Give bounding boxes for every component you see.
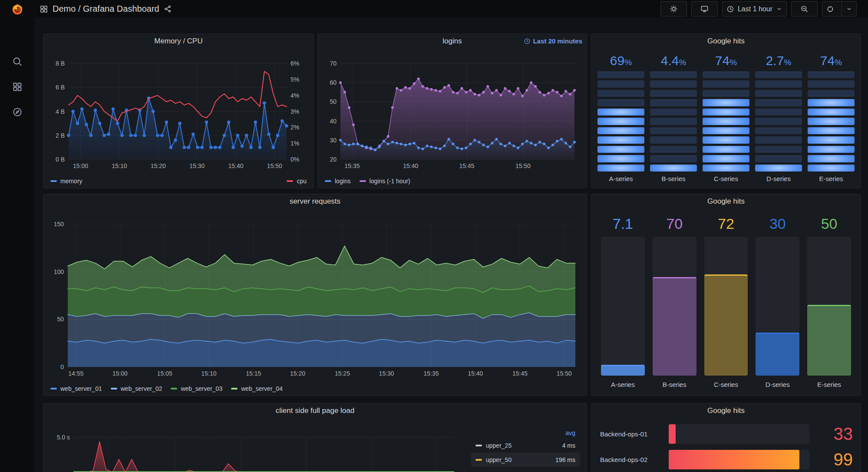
legend-avg-column-header[interactable]: avg — [471, 428, 580, 438]
sidebar-item-search[interactable] — [0, 49, 34, 74]
legend-table-row[interactable]: upper_254 ms — [471, 438, 580, 452]
panel-title[interactable]: client side full page load — [276, 406, 354, 415]
lcd-cell — [808, 80, 855, 87]
legend-item[interactable]: cpu — [287, 178, 307, 185]
panel-memory-cpu: Memory / CPU 15:0015:1015:2015:3015:4015… — [43, 33, 314, 188]
refresh-icon — [826, 5, 834, 13]
sidebar-item-dashboards[interactable] — [0, 74, 34, 99]
svg-text:150: 150 — [54, 221, 64, 228]
lcd-cell — [703, 127, 749, 134]
dashboard-title[interactable]: Demo / Grafana Dashboard — [53, 4, 159, 14]
zoom-out-icon — [800, 5, 809, 13]
refresh-interval-button[interactable] — [842, 2, 856, 16]
lcd-cell — [597, 90, 644, 97]
legend-item[interactable]: web_server_02 — [111, 385, 162, 392]
lcd-cells — [703, 71, 749, 172]
lcd-cell — [755, 71, 802, 78]
bar-gauge-fill — [601, 365, 645, 376]
time-range-picker[interactable]: Last 1 hour — [722, 1, 787, 17]
lcd-cells — [808, 71, 855, 172]
legend-item[interactable]: logins (-1 hour) — [360, 178, 410, 185]
lcd-cell — [597, 146, 644, 153]
top-bar-actions: Last 1 hour — [660, 1, 868, 17]
cycle-view-button[interactable] — [691, 1, 718, 17]
svg-text:14:55: 14:55 — [68, 370, 83, 377]
panel-title[interactable]: Google hits — [707, 37, 745, 46]
lcd-cell — [755, 80, 802, 87]
panel-header[interactable]: Google hits — [591, 34, 861, 49]
series-label: E-series — [808, 172, 855, 185]
series-label: D-series — [756, 376, 799, 393]
lcd-cell — [597, 165, 644, 172]
top-bar: Demo / Grafana Dashboard Last 1 hour — [0, 0, 868, 18]
panel-google-hits-gauge: Google hits Backend-ops-0133Backend-ops-… — [591, 403, 861, 472]
share-icon[interactable] — [164, 5, 172, 13]
svg-text:15:10: 15:10 — [201, 370, 216, 377]
lcd-cell — [755, 118, 802, 125]
gauge-value: 99 — [809, 450, 853, 469]
lcd-cell — [650, 155, 697, 162]
lcd-cell — [703, 165, 749, 172]
gauge-track — [669, 424, 809, 444]
legend-item[interactable]: web_server_03 — [171, 385, 222, 392]
svg-text:50: 50 — [330, 98, 337, 105]
bar-gauge-column: 7.1A-series — [601, 211, 645, 393]
svg-text:15:40: 15:40 — [468, 370, 483, 377]
svg-text:15:20: 15:20 — [151, 162, 166, 169]
series-label: B-series — [653, 376, 696, 393]
logins-chart[interactable]: 15:3515:4015:4515:50203040506070 — [323, 49, 581, 172]
panel-google-hits-lcd: Google hits 69%A-series4.4%B-series74%C-… — [591, 33, 861, 188]
lcd-cell — [808, 109, 855, 116]
series-label: C-series — [703, 172, 749, 185]
sidebar-item-explore[interactable] — [0, 99, 34, 125]
svg-text:15:30: 15:30 — [189, 162, 205, 169]
panel-title[interactable]: server requests — [290, 197, 340, 206]
legend-item[interactable]: web_server_01 — [50, 385, 102, 392]
svg-text:50: 50 — [57, 316, 64, 323]
vertical-bar-gauge: 7.1A-series70B-series72C-series30D-serie… — [601, 211, 851, 393]
memory-cpu-chart[interactable]: 15:0015:1015:2015:3015:4015:500 B2 B4 B6… — [49, 49, 308, 172]
grafana-logo[interactable] — [0, 3, 34, 16]
lcd-cell — [703, 118, 749, 125]
panel-server-requests: server requests 14:5515:0015:0515:1015:1… — [43, 194, 587, 396]
panel-header[interactable]: client side full page load — [43, 403, 587, 418]
panel-header[interactable]: server requests — [43, 194, 587, 209]
legend-color-dash — [50, 388, 57, 389]
lcd-cell — [808, 146, 855, 153]
panel-time-override-badge[interactable]: Last 20 minutes — [524, 37, 582, 45]
panel-title[interactable]: Memory / CPU — [154, 37, 202, 46]
lcd-cell — [650, 71, 697, 78]
refresh-button[interactable] — [822, 2, 838, 16]
panel-title[interactable]: Google hits — [707, 197, 745, 206]
svg-text:15:00: 15:00 — [112, 370, 128, 377]
search-icon — [12, 56, 23, 67]
server-requests-chart[interactable]: 14:5515:0015:0515:1015:1515:2015:2515:30… — [49, 209, 581, 380]
lcd-cell — [808, 118, 855, 125]
panel-header[interactable]: Memory / CPU — [43, 34, 314, 49]
lcd-cell — [597, 118, 644, 125]
svg-text:8 B: 8 B — [56, 60, 65, 67]
gauge-label: Backend-ops-02 — [600, 456, 669, 463]
lcd-cell — [650, 127, 697, 134]
zoom-out-time-button[interactable] — [791, 1, 818, 17]
bar-gauge-column: 50E-series — [807, 211, 851, 393]
legend-series-name[interactable]: upper_50 — [486, 456, 555, 463]
legend-item[interactable]: logins — [325, 178, 351, 185]
legend-item[interactable]: web_server_04 — [231, 385, 283, 392]
lcd-cell — [755, 127, 802, 134]
dashboard-settings-button[interactable] — [660, 1, 687, 17]
bar-gauge-value: 30 — [756, 211, 799, 237]
panel-header[interactable]: Google hits — [591, 403, 861, 418]
legend-table-row[interactable]: upper_50196 ms — [471, 452, 580, 467]
panel-title[interactable]: logins — [442, 37, 462, 46]
panel-title[interactable]: Google hits — [707, 406, 745, 415]
lcd-value: 4.4% — [650, 51, 697, 71]
legend-color-dash — [231, 388, 238, 389]
legend-series-name[interactable]: upper_25 — [486, 442, 562, 449]
series-label: B-series — [650, 172, 697, 185]
lcd-cell — [597, 99, 644, 106]
panel-header[interactable]: Google hits — [591, 194, 861, 209]
legend-item[interactable]: memory — [50, 178, 83, 185]
lcd-cell — [808, 155, 855, 162]
lcd-cell — [703, 71, 749, 78]
